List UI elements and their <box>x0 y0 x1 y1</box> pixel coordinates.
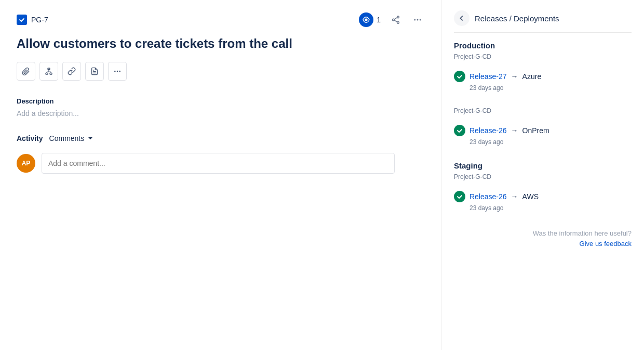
back-button[interactable] <box>454 10 469 26</box>
activity-section: Activity Comments AP <box>17 134 424 174</box>
watch-button[interactable]: 1 <box>359 12 381 27</box>
feedback-text: Was the information here useful? <box>454 229 632 237</box>
success-icon <box>454 71 465 82</box>
svg-line-5 <box>394 20 397 22</box>
document-button[interactable] <box>85 62 104 81</box>
production-onprem-section: Project-G-CD Release-26 → OnPrem 23 days… <box>454 107 632 151</box>
ticket-checkbox-icon <box>17 15 27 25</box>
release-row-aws: Release-26 → AWS <box>454 191 632 202</box>
production-env-name: Production <box>454 41 632 50</box>
svg-point-0 <box>365 18 368 21</box>
onprem-project-name: Project-G-CD <box>454 107 632 114</box>
release-27-target: Azure <box>522 72 542 81</box>
hierarchy-button[interactable] <box>39 62 58 81</box>
release-27-time: 23 days ago <box>454 84 632 92</box>
activity-label: Activity <box>17 134 43 142</box>
right-panel-title: Releases / Deployments <box>475 14 559 23</box>
page-title: Allow customers to create tickets from t… <box>17 35 424 51</box>
release-item-onprem: Release-26 → OnPrem 23 days ago <box>454 120 632 151</box>
description-title: Description <box>17 97 424 105</box>
release-row-onprem: Release-26 → OnPrem <box>454 125 632 136</box>
svg-point-21 <box>119 71 120 72</box>
watch-count: 1 <box>377 16 381 24</box>
svg-point-19 <box>114 71 116 72</box>
ticket-id-label: PG-7 <box>31 16 48 24</box>
svg-point-7 <box>417 19 419 21</box>
watch-icon <box>359 12 373 27</box>
left-panel: PG-7 1 <box>0 0 441 350</box>
success-icon-onprem <box>454 125 465 136</box>
production-project-name: Project-G-CD <box>454 53 632 60</box>
svg-point-3 <box>397 21 399 23</box>
svg-point-1 <box>397 16 399 18</box>
toolbar <box>17 62 424 81</box>
comment-area: AP <box>17 153 424 174</box>
ticket-id: PG-7 <box>17 15 48 25</box>
description-placeholder[interactable]: Add a description... <box>17 109 424 118</box>
svg-point-2 <box>393 19 395 21</box>
release-26-aws-time: 23 days ago <box>454 204 632 212</box>
release-27-link[interactable]: Release-27 <box>469 72 507 81</box>
release-row: Release-27 → Azure <box>454 71 632 82</box>
activity-row: Activity Comments <box>17 134 424 142</box>
right-panel-header: Releases / Deployments <box>454 10 632 33</box>
svg-point-20 <box>117 71 118 72</box>
release-26-aws-target: AWS <box>522 192 539 201</box>
feedback-section: Was the information here useful? Give us… <box>454 229 632 248</box>
arrow-separator: → <box>511 72 518 81</box>
staging-env-name: Staging <box>454 161 632 170</box>
more-options-button[interactable] <box>411 13 424 27</box>
attachment-button[interactable] <box>17 62 35 81</box>
release-26-onprem-time: 23 days ago <box>454 138 632 146</box>
svg-rect-10 <box>46 73 48 75</box>
staging-project-name: Project-G-CD <box>454 173 632 180</box>
svg-point-8 <box>420 19 421 21</box>
comments-filter-label: Comments <box>49 134 85 142</box>
arrow-separator-onprem: → <box>511 126 518 135</box>
production-section: Production Project-G-CD Release-27 → Azu… <box>454 41 632 97</box>
toolbar-more-button[interactable] <box>108 62 127 81</box>
release-26-onprem-link[interactable]: Release-26 <box>469 126 507 135</box>
comment-input[interactable] <box>42 153 395 174</box>
header-bar: PG-7 1 <box>17 12 424 27</box>
svg-point-6 <box>414 19 415 21</box>
release-item-aws: Release-26 → AWS 23 days ago <box>454 186 632 217</box>
success-icon-aws <box>454 191 465 202</box>
arrow-separator-aws: → <box>511 192 518 201</box>
header-actions: 1 <box>359 12 424 27</box>
description-section: Description Add a description... <box>17 97 424 118</box>
release-26-aws-link[interactable]: Release-26 <box>469 192 507 201</box>
staging-section: Staging Project-G-CD Release-26 → AWS 23… <box>454 161 632 217</box>
right-panel: Releases / Deployments Production Projec… <box>441 0 644 350</box>
link-button[interactable] <box>62 62 81 81</box>
avatar: AP <box>17 154 35 173</box>
release-26-onprem-target: OnPrem <box>522 126 549 135</box>
release-item: Release-27 → Azure 23 days ago <box>454 66 632 97</box>
svg-rect-11 <box>50 73 52 75</box>
svg-line-4 <box>394 18 397 20</box>
feedback-link[interactable]: Give us feedback <box>580 240 632 248</box>
svg-rect-9 <box>48 68 50 70</box>
share-button[interactable] <box>389 13 403 27</box>
comments-filter-button[interactable]: Comments <box>49 134 94 142</box>
